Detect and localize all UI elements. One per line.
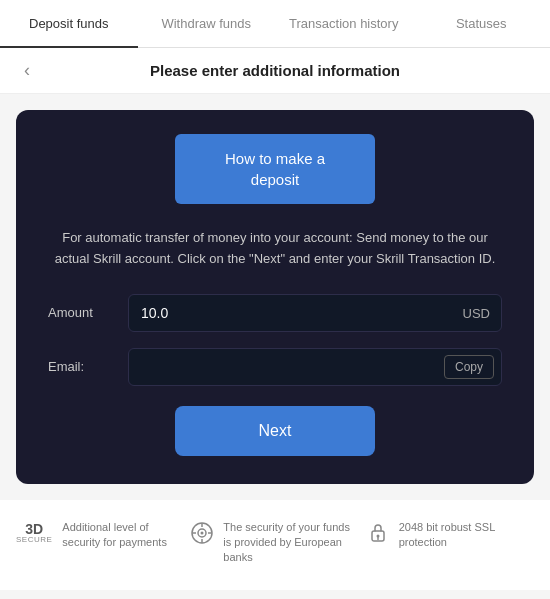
- tab-history[interactable]: Transaction history: [275, 0, 413, 47]
- page-title: Please enter additional information: [20, 62, 530, 79]
- security-footer: 3D SECURE Additional level of security f…: [0, 500, 550, 590]
- tab-statuses[interactable]: Statuses: [413, 0, 551, 47]
- next-button[interactable]: Next: [175, 406, 375, 456]
- security-3d-text: Additional level of security for payment…: [62, 520, 183, 551]
- lock-icon: [367, 522, 389, 549]
- how-to-deposit-button[interactable]: How to make adeposit: [175, 134, 375, 204]
- deposit-card: How to make adeposit For automatic trans…: [16, 110, 534, 484]
- email-input-wrap: Copy: [128, 348, 502, 386]
- instruction-text: For automatic transfer of money into you…: [48, 228, 502, 270]
- page-header: ‹ Please enter additional information: [0, 48, 550, 94]
- currency-label: USD: [463, 305, 490, 320]
- amount-input[interactable]: [128, 294, 502, 332]
- bank-icon: [191, 522, 213, 549]
- svg-point-2: [201, 531, 204, 534]
- back-button[interactable]: ‹: [16, 56, 38, 85]
- tab-deposit[interactable]: Deposit funds: [0, 0, 138, 47]
- amount-label: Amount: [48, 305, 128, 320]
- amount-input-wrap: USD: [128, 294, 502, 332]
- security-bank-text: The security of your funds is provided b…: [223, 520, 358, 566]
- security-ssl: 2048 bit robust SSL protection: [367, 520, 534, 551]
- tab-bar: Deposit funds Withdraw funds Transaction…: [0, 0, 550, 48]
- security-3d: 3D SECURE Additional level of security f…: [16, 520, 183, 551]
- 3d-secure-icon: 3D SECURE: [16, 522, 52, 544]
- amount-row: Amount USD: [48, 294, 502, 332]
- email-label: Email:: [48, 359, 128, 374]
- security-ssl-text: 2048 bit robust SSL protection: [399, 520, 534, 551]
- tab-withdraw[interactable]: Withdraw funds: [138, 0, 276, 47]
- security-bank: The security of your funds is provided b…: [191, 520, 358, 566]
- email-row: Email: Copy: [48, 348, 502, 386]
- copy-button[interactable]: Copy: [444, 355, 494, 379]
